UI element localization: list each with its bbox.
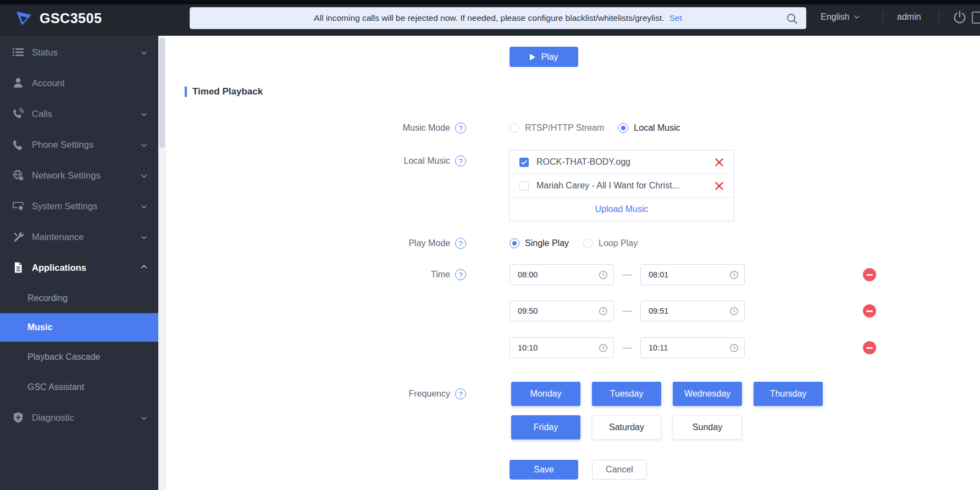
sidebar-item-playback-cascade[interactable]: Playback Cascade: [0, 342, 158, 372]
time-range-separator: —: [614, 270, 640, 280]
radio-circle[interactable]: [510, 123, 519, 133]
play-button[interactable]: Play: [510, 47, 578, 67]
time-range-separator: —: [614, 306, 640, 316]
end-time-input[interactable]: [640, 337, 745, 358]
radio-local-music[interactable]: Local Music: [618, 123, 680, 133]
topbar-divider: [939, 11, 939, 25]
local-music-label: Local Music: [404, 156, 450, 166]
sidebar-item-label: Maintenance: [32, 232, 84, 242]
chevron-down-icon: [141, 109, 147, 119]
radio-circle[interactable]: [510, 238, 519, 248]
clock-icon: [599, 270, 608, 282]
username[interactable]: admin: [897, 12, 921, 22]
upload-music-link[interactable]: Upload Music: [595, 204, 649, 214]
end-time-value[interactable]: [641, 265, 744, 285]
sidebar-item-maintenance[interactable]: Maintenance: [0, 221, 158, 252]
upload-music-row: Upload Music: [510, 198, 734, 221]
language-dropdown[interactable]: English: [821, 12, 860, 22]
chevron-down-icon: [141, 413, 147, 423]
sidebar-item-system-settings[interactable]: System Settings: [0, 191, 158, 221]
sidebar-item-applications[interactable]: Applications: [0, 252, 158, 283]
music-mode-label: Music Mode: [403, 123, 450, 133]
sidebar-item-label: Music: [27, 322, 52, 332]
cancel-button[interactable]: Cancel: [592, 460, 647, 480]
remove-time-range-button[interactable]: [863, 341, 876, 354]
remove-time-range-button[interactable]: [863, 304, 876, 318]
content-scrollbar-track[interactable]: [158, 36, 166, 490]
start-time-input[interactable]: [510, 264, 614, 285]
sidebar-item-label: Recording: [27, 293, 68, 303]
sidebar-item-network-settings[interactable]: Network Settings: [0, 160, 158, 191]
delete-file-icon[interactable]: [715, 181, 724, 191]
user-icon: [12, 77, 24, 89]
save-button[interactable]: Save: [510, 460, 578, 480]
radio-label: RTSP/HTTP Stream: [525, 123, 604, 133]
phone-calls-icon: [12, 108, 24, 120]
clock-icon: [729, 343, 739, 355]
sidebar-item-phone-settings[interactable]: Phone Settings: [0, 129, 158, 160]
notification-message: All incoming calls will be rejected now.…: [314, 13, 665, 23]
chevron-down-icon: [141, 232, 147, 242]
help-icon[interactable]: ?: [455, 122, 466, 133]
music-file-row: ROCK-THAT-BODY.ogg: [510, 151, 734, 174]
radio-loop-play[interactable]: Loop Play: [583, 238, 638, 248]
start-time-value[interactable]: [510, 301, 613, 321]
remove-time-range-button[interactable]: [863, 268, 876, 281]
day-button-friday[interactable]: Friday: [511, 415, 580, 439]
radio-circle[interactable]: [618, 123, 628, 133]
day-button-sunday[interactable]: Sunday: [673, 415, 742, 439]
chevron-down-icon: [141, 47, 147, 58]
sidebar-item-label: Playback Cascade: [27, 352, 101, 362]
day-button-tuesday[interactable]: Tuesday: [592, 382, 661, 406]
top-bar: GSC3505 All incoming calls will be rejec…: [0, 0, 980, 36]
day-button-monday[interactable]: Monday: [511, 382, 580, 406]
clock-icon: [729, 307, 739, 318]
clock-icon: [599, 307, 608, 318]
end-time-value[interactable]: [641, 338, 744, 358]
topbar-divider: [883, 11, 883, 25]
day-button-thursday[interactable]: Thursday: [754, 382, 823, 406]
sidebar-item-recording[interactable]: Recording: [0, 283, 158, 313]
radio-circle[interactable]: [583, 238, 593, 248]
start-time-input[interactable]: [510, 300, 614, 321]
notification-set-link[interactable]: Set: [669, 13, 682, 23]
music-file-name: Mariah Carey - All I Want for Christ...: [536, 181, 709, 191]
language-label: English: [821, 12, 849, 22]
end-time-input[interactable]: [640, 264, 745, 285]
sidebar-item-diagnostic[interactable]: Diagnostic: [0, 402, 158, 433]
sidebar-item-music[interactable]: Music: [0, 313, 158, 342]
radio-rtsp-http-stream[interactable]: RTSP/HTTP Stream: [510, 123, 604, 133]
start-time-value[interactable]: [510, 338, 613, 358]
power-icon[interactable]: [953, 10, 967, 27]
help-icon[interactable]: ?: [455, 388, 466, 399]
help-icon[interactable]: ?: [455, 269, 466, 280]
day-button-saturday[interactable]: Saturday: [592, 415, 661, 439]
content-scrollbar-thumb[interactable]: [159, 38, 165, 148]
sidebar-item-calls[interactable]: Calls: [0, 98, 158, 129]
sidebar-item-gsc-assistant[interactable]: GSC Assistant: [0, 372, 158, 402]
file-checkbox-checked[interactable]: [519, 158, 529, 167]
file-checkbox-unchecked[interactable]: [519, 181, 529, 191]
sidebar-item-label: Applications: [32, 263, 86, 273]
search-icon[interactable]: [786, 13, 798, 27]
radio-single-play[interactable]: Single Play: [510, 238, 569, 248]
day-button-wednesday[interactable]: Wednesday: [673, 382, 742, 406]
radio-label: Local Music: [634, 123, 680, 133]
help-icon[interactable]: ?: [455, 238, 466, 249]
sidebar-item-label: Network Settings: [32, 170, 101, 181]
end-time-input[interactable]: [640, 300, 745, 321]
time-range-separator: —: [614, 343, 640, 353]
section-title: Timed Playback: [192, 86, 263, 97]
sidebar-item-label: Status: [32, 47, 58, 58]
time-range-row-1: Time ? —: [166, 264, 980, 285]
partial-edge-icon[interactable]: [972, 12, 980, 24]
sidebar-item-account[interactable]: Account: [0, 68, 158, 98]
delete-file-icon[interactable]: [715, 158, 724, 167]
start-time-value[interactable]: [510, 265, 613, 285]
start-time-input[interactable]: [510, 337, 614, 358]
section-header: Timed Playback: [185, 86, 263, 97]
clock-icon: [729, 270, 739, 282]
sidebar-item-status[interactable]: Status: [0, 37, 158, 68]
end-time-value[interactable]: [641, 301, 744, 321]
help-icon[interactable]: ?: [455, 155, 466, 166]
